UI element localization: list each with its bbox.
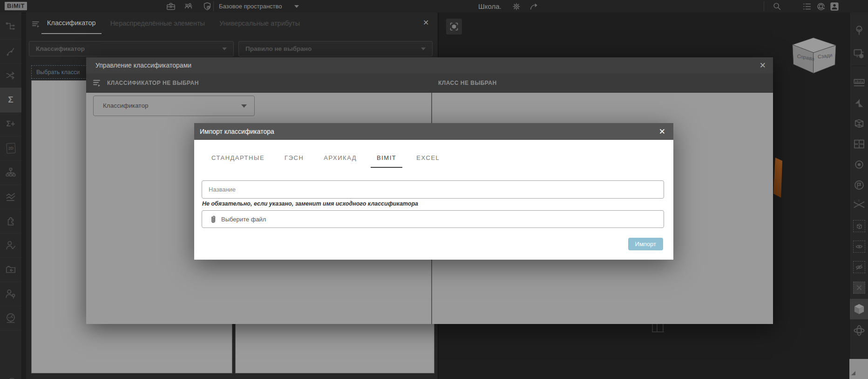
name-helper-text: Не обязательно, если указано, заменит им… — [202, 200, 418, 207]
name-input[interactable] — [202, 180, 664, 199]
section-plane-icon[interactable] — [850, 93, 868, 113]
tab-archicad[interactable]: АРХИКАД — [318, 151, 363, 167]
ruler-icon[interactable] — [850, 72, 868, 93]
doc-2d-glyph: 2D — [8, 146, 13, 151]
gauge-icon[interactable] — [0, 306, 21, 331]
clear-selection-icon[interactable] — [850, 277, 868, 298]
account-icon[interactable] — [830, 2, 839, 11]
tab-standard[interactable]: СТАНДАРТНЫЕ — [205, 151, 271, 167]
tab-universal-attributes[interactable]: Универсальные атрибуты — [214, 13, 305, 34]
solid-cube-icon[interactable] — [850, 299, 868, 319]
shield-check-icon[interactable] — [202, 1, 212, 12]
model-fragment — [773, 158, 782, 198]
app-logo[interactable]: BiMiT — [5, 2, 27, 10]
settings-gear-icon[interactable] — [511, 1, 522, 12]
sigma-glyph: Σ — [8, 95, 13, 105]
flag-icon[interactable] — [850, 175, 868, 195]
paperclip-icon — [210, 215, 217, 223]
doc-2d-icon[interactable]: 2D — [0, 136, 21, 161]
axis-cross-icon[interactable]: 12 — [850, 194, 868, 215]
import-button[interactable]: Импорт — [628, 238, 663, 250]
sort-menu-icon[interactable] — [93, 79, 102, 87]
tab-unassigned-elements[interactable]: Нераспределённые элементы — [105, 13, 210, 34]
viewport-corner — [849, 359, 868, 379]
box-3d-icon[interactable] — [850, 113, 868, 134]
tab-classifier[interactable]: Классификатор — [41, 13, 102, 34]
folder-import-icon[interactable] — [0, 257, 21, 282]
locate-target-icon[interactable] — [850, 154, 868, 175]
notifications-icon[interactable] — [816, 1, 826, 12]
floor-plan-icon[interactable] — [850, 134, 868, 154]
structure-tree-icon[interactable] — [0, 15, 21, 40]
tab-excel[interactable]: EXCEL — [410, 151, 446, 167]
workspace-caret-icon[interactable] — [294, 5, 299, 8]
import-modal-title: Импорт классификатора — [200, 123, 274, 140]
left-toolbar: Σ Σ+ 2D ? — [0, 13, 22, 379]
path-node-icon[interactable] — [0, 39, 21, 64]
tab-gesn[interactable]: ГЭСН — [278, 151, 310, 167]
chevron-down-icon — [222, 48, 227, 50]
choose-file-label: Выберите файл — [221, 216, 266, 223]
search-icon[interactable] — [772, 1, 782, 12]
close-icon[interactable]: ✕ — [760, 61, 766, 70]
resize-grip-icon[interactable] — [851, 371, 855, 375]
user-location-icon[interactable] — [0, 282, 21, 306]
hide-eye-icon[interactable] — [850, 257, 868, 277]
tab-bimit[interactable]: BIMIT — [371, 151, 402, 168]
classifier-dropdown[interactable]: Классификатор — [29, 41, 234, 56]
user-check-icon[interactable] — [0, 233, 21, 258]
sigma-plus-glyph: Σ+ — [7, 120, 15, 128]
manage-modal-header: Управление классификаторами ✕ — [86, 57, 773, 73]
import-modal-header: Импорт классификатора ✕ — [194, 123, 673, 140]
project-title: Школа. — [478, 0, 502, 13]
svg-text:1: 1 — [854, 200, 855, 203]
sigma-plus-icon[interactable]: Σ+ — [0, 112, 21, 137]
app-window: BiMiT Базовое пространство Школа. — [0, 0, 868, 379]
isolate-cube-icon[interactable] — [850, 216, 868, 236]
manage-modal-title: Управление классификаторами — [95, 57, 191, 73]
toolbar-divider — [852, 66, 867, 66]
chevron-down-icon — [421, 48, 426, 50]
chevron-down-icon — [241, 104, 247, 108]
select-region-icon[interactable] — [850, 43, 868, 64]
choose-file-button[interactable]: Выберите файл — [202, 210, 664, 228]
select-classifier-hint[interactable]: Выбрать класси — [31, 65, 92, 79]
share-icon[interactable] — [529, 1, 539, 12]
orbit-icon[interactable] — [850, 320, 868, 341]
classifier-tabs: Классификатор Нераспределённые элементы … — [41, 13, 305, 34]
list-icon[interactable] — [802, 1, 812, 12]
manage-modal-toolbar: КЛАССИФИКАТОР НЕ ВЫБРАН КЛАСС НЕ ВЫБРАН — [86, 73, 773, 93]
class-not-selected-header: КЛАСС НЕ ВЫБРАН — [438, 73, 497, 93]
sort-menu-icon[interactable] — [32, 21, 41, 28]
topbar-divider — [213, 1, 214, 11]
show-eye-icon[interactable] — [850, 236, 868, 257]
close-icon[interactable]: ✕ — [659, 127, 665, 137]
trend-lines-icon[interactable] — [0, 185, 21, 209]
top-bar: BiMiT Базовое пространство Школа. — [0, 0, 868, 13]
view-cube[interactable]: Справа Сзади — [792, 37, 838, 75]
classifier-dropdown-label: Классификатор — [36, 41, 85, 56]
panel-close-icon[interactable]: ✕ — [423, 18, 429, 27]
right-toolbar: 12 — [849, 13, 868, 359]
puzzle-icon[interactable] — [0, 209, 21, 234]
workspace-selector[interactable]: Базовое пространство — [219, 0, 282, 13]
briefcase-icon[interactable] — [166, 1, 176, 12]
sigma-icon[interactable]: Σ — [0, 88, 21, 112]
tree-icon[interactable] — [850, 20, 868, 41]
topbar-divider-right — [764, 1, 764, 11]
import-source-tabs: СТАНДАРТНЫЕ ГЭСН АРХИКАД BIMIT EXCEL — [205, 151, 446, 168]
shuffle-icon[interactable] — [0, 63, 21, 88]
rule-dropdown[interactable]: Правило не выбрано — [238, 41, 433, 56]
svg-text:2: 2 — [858, 200, 860, 202]
import-classifier-modal: Импорт классификатора ✕ СТАНДАРТНЫЕ ГЭСН… — [194, 123, 673, 260]
modal-classifier-dropdown[interactable]: Классификатор — [93, 96, 255, 116]
team-icon[interactable] — [183, 1, 194, 12]
org-chart-icon[interactable] — [0, 160, 21, 185]
rule-dropdown-label: Правило не выбрано — [245, 41, 312, 56]
classifier-not-selected-header: КЛАССИФИКАТОР НЕ ВЫБРАН — [107, 73, 199, 93]
modal-classifier-dropdown-label: Классификатор — [103, 96, 148, 116]
selection-tool-button[interactable] — [446, 19, 462, 34]
model-edge — [652, 331, 664, 332]
